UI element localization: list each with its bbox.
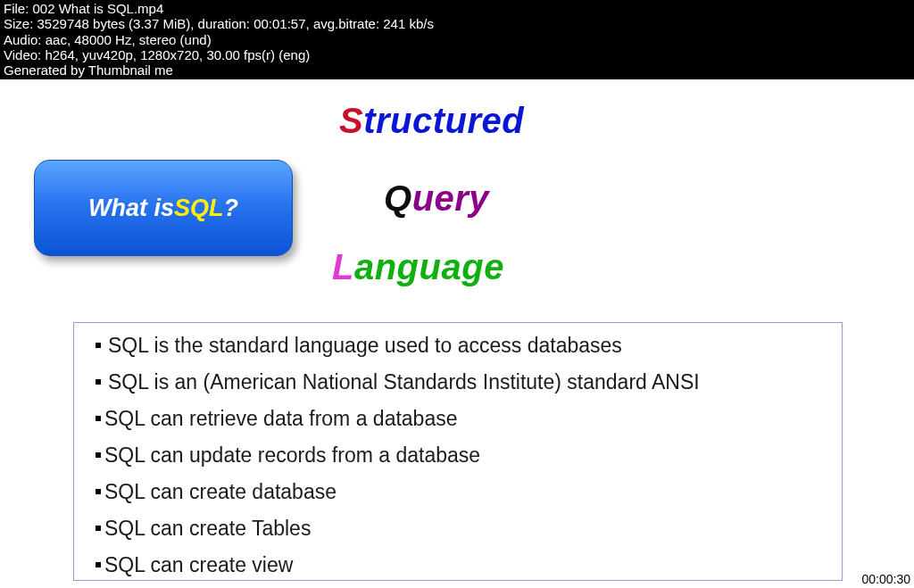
video-metadata-bar: File: 002 What is SQL.mp4 Size: 3529748 … [0, 0, 914, 79]
list-item: SQL can create database [96, 480, 835, 504]
title-language: Language [332, 247, 687, 287]
sql-facts-list: SQL is the standard language used to acc… [96, 334, 835, 577]
list-item: SQL can retrieve data from a database [96, 407, 835, 431]
list-item: SQL is an (American National Standards I… [96, 370, 835, 394]
meta-audio: Audio: aac, 48000 Hz, stereo (und) [4, 32, 910, 47]
rest-uery: uery [412, 178, 490, 218]
list-item: SQL can update records from a database [96, 443, 835, 468]
title-query: Query [384, 178, 687, 219]
meta-size: Size: 3529748 bytes (3.37 MiB), duration… [4, 16, 910, 31]
list-item: SQL is the standard language used to acc… [96, 334, 835, 358]
button-suffix: ? [224, 195, 239, 222]
rest-anguage: anguage [354, 247, 504, 286]
meta-generator: Generated by Thumbnail me [4, 62, 910, 78]
meta-file: File: 002 What is SQL.mp4 [4, 1, 910, 16]
list-item: SQL can create view [96, 553, 835, 577]
rest-tructured: tructured [363, 101, 524, 140]
what-is-sql-button: What is SQL ? [34, 160, 293, 256]
letter-s: S [339, 101, 363, 140]
sql-facts-box: SQL is the standard language used to acc… [73, 322, 843, 581]
letter-q: Q [384, 178, 412, 218]
button-sql: SQL [174, 195, 224, 222]
frame-timestamp: 00:00:30 [862, 572, 911, 586]
button-prefix: What is [88, 195, 174, 222]
letter-l: L [332, 247, 354, 286]
title-structured: Structured [339, 101, 687, 141]
list-item: SQL can create Tables [96, 517, 835, 541]
sql-acronym-title: Structured Query Language [330, 101, 687, 287]
meta-video: Video: h264, yuv420p, 1280x720, 30.00 fp… [4, 47, 910, 62]
